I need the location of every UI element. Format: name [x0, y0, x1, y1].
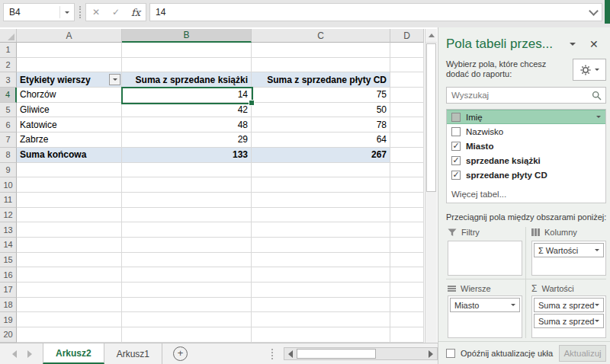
column-header-A[interactable]: A	[17, 29, 122, 43]
area-chip-values[interactable]: Suma z sprzed...	[534, 298, 604, 312]
cell-D18[interactable]	[390, 298, 424, 313]
chip-caret-icon[interactable]	[511, 304, 515, 306]
row-header-17[interactable]: 17	[0, 283, 17, 298]
cell-B7[interactable]: 29	[122, 133, 252, 148]
cell-C10[interactable]	[252, 177, 390, 193]
cell-B17[interactable]	[122, 283, 252, 298]
cell-B3[interactable]: Suma z sprzedane książki	[122, 72, 252, 88]
cell-C3[interactable]: Suma z sprzedane płyty CD	[252, 72, 390, 88]
cell-B4[interactable]: 14	[122, 88, 252, 103]
cell-A9[interactable]	[17, 163, 122, 178]
scroll-right-icon[interactable]	[425, 348, 437, 359]
cell-B10[interactable]	[122, 177, 252, 193]
cell-C1[interactable]	[252, 43, 390, 58]
row-header-3[interactable]: 3	[0, 72, 17, 88]
cell-C11[interactable]	[252, 193, 390, 208]
column-header-D[interactable]: D	[390, 29, 424, 43]
cell-A1[interactable]	[17, 43, 122, 58]
cell-D5[interactable]	[390, 103, 424, 118]
row-header-11[interactable]: 11	[0, 193, 17, 208]
cell-A6[interactable]: Katowice	[17, 117, 122, 133]
select-all-corner[interactable]	[0, 29, 17, 43]
cell-D12[interactable]	[390, 208, 424, 223]
cell-C14[interactable]	[252, 238, 390, 253]
row-header-7[interactable]: 7	[0, 133, 17, 148]
row-header-14[interactable]: 14	[0, 238, 17, 253]
cell-C15[interactable]	[252, 253, 390, 268]
cell-B18[interactable]	[122, 298, 252, 313]
sheet-tab-arkusz2[interactable]: Arkusz2	[43, 343, 104, 364]
field-item-4[interactable]: ✓sprzedane płyty CD	[447, 168, 605, 182]
cell-A10[interactable]	[17, 177, 122, 193]
cell-C7[interactable]: 64	[252, 133, 390, 148]
name-box-caret-icon[interactable]	[60, 11, 74, 14]
cell-A18[interactable]	[17, 298, 122, 313]
column-header-C[interactable]: C	[252, 29, 390, 43]
cell-A13[interactable]	[17, 222, 122, 238]
search-icon[interactable]	[592, 91, 602, 101]
cell-D20[interactable]	[390, 327, 424, 343]
cell-B15[interactable]	[122, 253, 252, 268]
cell-B8[interactable]: 133	[122, 148, 252, 163]
cell-B1[interactable]	[122, 43, 252, 58]
area-chip-rows[interactable]: Miasto	[450, 298, 520, 312]
cell-A14[interactable]	[17, 238, 122, 253]
cell-B19[interactable]	[122, 312, 252, 327]
field-checkbox[interactable]	[451, 127, 461, 136]
cell-A8[interactable]: Suma końcowa	[17, 148, 122, 163]
row-header-12[interactable]: 12	[0, 208, 17, 223]
cell-A20[interactable]	[17, 327, 122, 343]
cell-C2[interactable]	[252, 58, 390, 73]
more-tables-link[interactable]: Więcej tabel...	[447, 182, 605, 203]
cell-D6[interactable]	[390, 117, 424, 133]
pane-options-caret-icon[interactable]	[570, 46, 576, 59]
field-item-3[interactable]: ✓sprzedane książki	[447, 153, 605, 168]
horizontal-scroll-thumb[interactable]	[297, 349, 376, 359]
chip-caret-icon[interactable]	[595, 320, 599, 322]
cell-B12[interactable]	[122, 208, 252, 223]
cell-C4[interactable]: 75	[252, 88, 390, 103]
prev-sheet-icon[interactable]	[12, 350, 17, 358]
cell-D17[interactable]	[390, 283, 424, 298]
new-sheet-button[interactable]: +	[162, 343, 198, 364]
cell-A3[interactable]: Etykiety wierszy	[17, 72, 122, 88]
cell-C16[interactable]	[252, 267, 390, 283]
row-header-10[interactable]: 10	[0, 177, 17, 193]
field-item-2[interactable]: ✓Miasto	[447, 139, 605, 153]
cell-A2[interactable]	[17, 58, 122, 73]
scroll-up-icon[interactable]	[425, 29, 437, 43]
cell-A7[interactable]: Zabrze	[17, 133, 122, 148]
row-header-2[interactable]: 2	[0, 58, 17, 73]
field-item-1[interactable]: Nazwisko	[447, 124, 605, 139]
cell-C17[interactable]	[252, 283, 390, 298]
cell-D10[interactable]	[390, 177, 424, 193]
cell-C19[interactable]	[252, 312, 390, 327]
field-checkbox[interactable]: ✓	[451, 171, 461, 180]
cell-B16[interactable]	[122, 267, 252, 283]
field-search[interactable]	[446, 87, 606, 104]
field-item-0[interactable]: Imię	[447, 110, 605, 124]
cell-B11[interactable]	[122, 193, 252, 208]
cell-B13[interactable]	[122, 222, 252, 238]
close-icon[interactable]: ✕	[589, 38, 599, 50]
field-checkbox[interactable]	[451, 113, 461, 122]
cell-C8[interactable]: 267	[252, 148, 390, 163]
cell-A16[interactable]	[17, 267, 122, 283]
row-header-9[interactable]: 9	[0, 163, 17, 178]
cancel-icon[interactable]: ✕	[86, 7, 106, 18]
row-labels-filter-icon[interactable]	[109, 74, 120, 85]
cell-D16[interactable]	[390, 267, 424, 283]
cell-B14[interactable]	[122, 238, 252, 253]
vertical-scrollbar[interactable]	[425, 29, 437, 343]
cell-D2[interactable]	[390, 58, 424, 73]
cell-A5[interactable]: Gliwice	[17, 103, 122, 118]
row-header-13[interactable]: 13	[0, 222, 17, 238]
cell-D8[interactable]	[390, 148, 424, 163]
update-button[interactable]: Aktualizuj	[559, 345, 606, 362]
columns-area-box[interactable]: Σ Wartości	[531, 241, 606, 276]
cell-D15[interactable]	[390, 253, 424, 268]
sheet-tab-arkusz1[interactable]: Arkusz1	[104, 343, 162, 364]
expand-formula-bar-icon[interactable]	[585, 4, 602, 21]
field-checkbox[interactable]: ✓	[451, 156, 461, 165]
cell-D13[interactable]	[390, 222, 424, 238]
